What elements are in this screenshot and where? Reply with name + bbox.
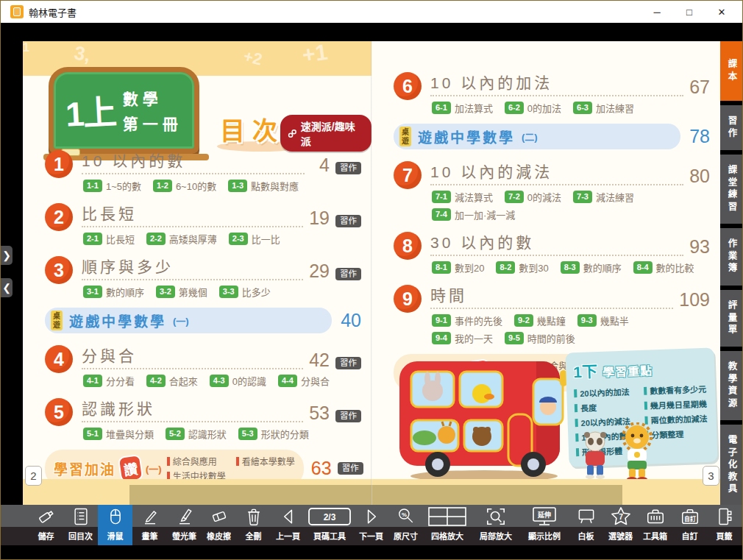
toolbox-button[interactable]: 工具箱 [638,505,672,545]
delete-all-button[interactable]: 全刪 [236,505,271,545]
toc-subsection[interactable]: 8-2數到30 [496,260,548,274]
workbook-badge[interactable]: 習作 [335,162,361,175]
toc-chapter-7[interactable]: 7 10 以內的減法 80 7-1減法算式7-20的減法7-3減法練習7-4加一… [394,160,710,221]
horizontal-scrollbar[interactable] [129,485,622,505]
toc-chapter-2[interactable]: 2 比長短 19 習作 2-1比長短2-2高矮與厚薄2-3比一比 [45,202,361,246]
toc-chapter-6[interactable]: 6 10 以內的加法 67 6-1加法算式6-20的加法6-3加法練習 [394,71,710,115]
toc-subsection[interactable]: 3-3比多少 [219,285,271,299]
boardgame-page-number[interactable]: 40 [341,311,361,330]
chapter-page-number[interactable]: 109 [679,291,710,309]
quick-test-link-button[interactable]: 速測派/趣味派 [280,115,372,152]
toc-subsection[interactable]: 8-3數的順序 [561,260,622,274]
toc-subsection[interactable]: 2-3比一比 [229,232,280,246]
chapter-title[interactable]: 認識形狀 [82,400,155,417]
toc-subsection[interactable]: 7-1減法算式 [432,190,493,204]
page-number-tool[interactable]: 2/3 頁碼工具 [305,505,354,545]
toc-subsection[interactable]: 9-4我的一天 [432,331,493,345]
toc-subsection[interactable]: 1-3點數與對應 [228,179,299,193]
toc-subsection[interactable]: 4-2合起來 [146,374,198,388]
display-ratio-button[interactable]: 延伸 顯示比例 [520,505,569,545]
back-to-toc-button[interactable]: 回目次 [63,505,98,545]
toc-subsection[interactable]: 1-26~10的數 [153,179,216,193]
tab-digital-tools[interactable]: 電子化教具 [720,425,743,506]
chapter-page-number[interactable]: 80 [689,167,710,185]
toc-subsection[interactable]: 2-1比長短 [83,232,135,246]
chapter-title[interactable]: 時間 [430,287,467,304]
chapter-page-number[interactable]: 29 [309,262,330,280]
toc-subsection[interactable]: 2-2高矮與厚薄 [146,232,217,246]
toc-chapter-3[interactable]: 3 順序與多少 29 習作 3-1數的順序3-2第幾個3-3比多少 [45,255,361,299]
toc-subsection[interactable]: 6-3加法練習 [573,101,634,115]
workbook-badge[interactable]: 習作 [338,462,363,475]
toc-subsection[interactable]: 7-4加一加·減一減 [432,208,515,221]
four-grid-zoom-button[interactable]: 四格放大 [423,505,472,545]
chapter-title[interactable]: 10 以內的數 [82,152,185,169]
toc-subsection[interactable]: 3-1數的順序 [83,285,144,299]
boardgame-page-number[interactable]: 78 [689,127,710,146]
toc-chapter-1[interactable]: 1 10 以內的數 4 習作 1-11~5的數1-26~10的數1-3點數與對應 [45,149,361,193]
chapter-title[interactable]: 10 以內的加法 [430,74,552,91]
panel-collapse-button[interactable]: ❮ [1,278,13,297]
workbook-badge[interactable]: 習作 [335,268,361,281]
close-button[interactable]: ✕ [705,1,738,22]
toc-subsection[interactable]: 5-3形狀的分類 [238,427,309,441]
workbook-badge[interactable]: 習作 [335,357,361,370]
custom-button[interactable]: 自訂 自訂 [672,505,707,545]
save-button[interactable]: 儲存 [29,505,63,545]
chapter-title[interactable]: 10 以內的減法 [430,163,552,180]
toc-chapter-5[interactable]: 5 認識形狀 53 習作 5-1堆疊與分類5-2認識形狀5-3形狀的分類 [45,397,361,441]
chapter-title[interactable]: 順序與多少 [82,258,174,275]
whiteboard-button[interactable]: 白板 [569,505,603,545]
highlighter-tool-button[interactable]: 螢光筆 [167,505,202,545]
toc-subsection[interactable]: 9-1事件的先後 [432,313,502,327]
booster-page-number[interactable]: 63 [311,459,330,478]
toc-subsection[interactable]: 8-1數到20 [432,260,484,274]
tab-textbook[interactable]: 課本 [720,41,743,101]
next-page-button[interactable]: 下一頁 [354,505,388,545]
workbook-badge[interactable]: 習作 [335,410,361,423]
tab-class-practice[interactable]: 課堂練習 [720,155,743,224]
toc-chapter-8[interactable]: 8 30 以內的數 93 8-1數到208-2數到308-3數的順序8-4數的比… [394,230,710,274]
chapter-page-number[interactable]: 42 [309,351,330,369]
page-tabs-button[interactable]: 頁籤 [707,505,742,545]
chapter-page-number[interactable]: 67 [689,78,710,96]
toc-subsection[interactable]: 4-30的認識 [210,374,266,388]
mouse-tool-button[interactable]: 滑鼠 [98,505,132,545]
tab-homework-book[interactable]: 作業簿 [720,228,743,286]
tab-assessment-sheet[interactable]: 評量單 [720,290,743,347]
chapter-title[interactable]: 比長短 [82,205,137,222]
eraser-tool-button[interactable]: 橡皮擦 [202,505,236,545]
chapter-page-number[interactable]: 4 [310,156,330,174]
toc-subsection[interactable]: 4-1分分看 [83,374,135,388]
toc-subsection[interactable]: 3-2第幾個 [156,285,207,299]
page-corner-tab-left[interactable]: 2 [25,466,42,486]
chapter-page-number[interactable]: 53 [309,404,330,422]
toc-subsection[interactable]: 8-4數的比較 [633,260,694,274]
toc-subsection[interactable]: 7-3減法練習 [573,190,634,204]
tab-workbook[interactable]: 習作 [720,105,743,150]
original-size-button[interactable]: % 原尺寸 [388,505,423,545]
chapter-page-number[interactable]: 19 [309,209,330,227]
toc-subsection[interactable]: 9-5時間的前後 [505,331,575,345]
chapter-page-number[interactable]: 93 [689,238,710,256]
previous-page-button[interactable]: 上一頁 [271,505,305,545]
region-zoom-button[interactable]: 局部放大 [472,505,520,545]
toc-subsection[interactable]: 9-2幾點鐘 [514,313,566,327]
toc-subsection[interactable]: 4-4分與合 [278,374,330,388]
toc-subsection[interactable]: 6-1加法算式 [432,101,493,115]
toc-subsection[interactable]: 9-3幾點半 [577,313,629,327]
toc-subsection[interactable]: 7-20的減法 [505,190,561,204]
maximize-button[interactable]: □ [673,1,705,22]
toc-subsection[interactable]: 5-1堆疊與分類 [83,427,154,441]
toc-subsection[interactable]: 6-20的加法 [505,101,561,115]
toc-subsection[interactable]: 5-2認識形狀 [166,427,227,441]
toc-chapter-4[interactable]: 4 分與合 42 習作 4-1分分看4-2合起來4-30的認識4-4分與合 [45,344,361,388]
pen-tool-button[interactable]: 畫筆 [132,505,167,545]
toc-chapter-9[interactable]: 9 時間 109 9-1事件的先後9-2幾點鐘9-3幾點半9-4我的一天9-5時… [394,283,710,345]
minimize-button[interactable]: ─ [641,1,673,22]
chapter-title[interactable]: 30 以內的數 [430,234,534,251]
tab-teaching-resources[interactable]: 教學資源 [720,351,743,420]
workbook-badge[interactable]: 習作 [335,215,361,228]
chapter-title[interactable]: 分與合 [82,347,137,364]
boardgame-banner-1[interactable]: 桌遊 遊戲中學數學 (一) 40 [45,308,361,333]
